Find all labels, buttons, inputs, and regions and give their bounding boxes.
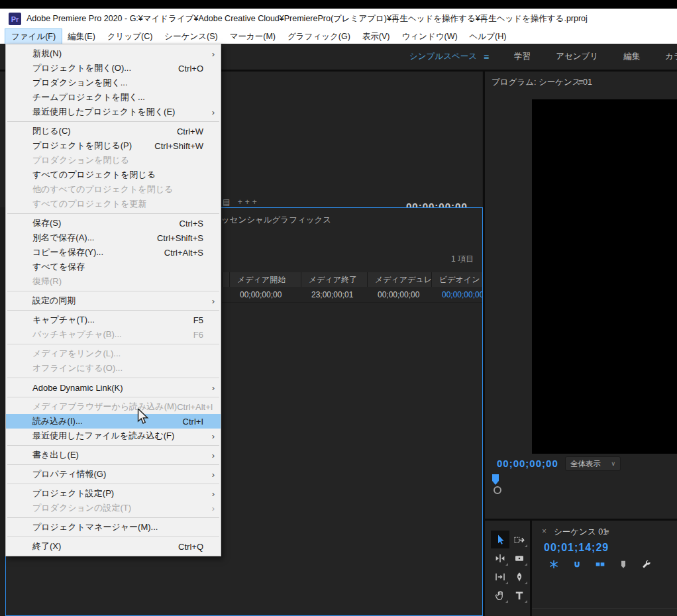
file-menu-item[interactable]: プロジェクトマネージャー(M)... [6, 520, 221, 535]
pen-tool[interactable] [510, 568, 529, 586]
workspace-tab[interactable]: カラー [665, 51, 677, 62]
file-menu-item[interactable]: 新規(N)› [6, 46, 221, 61]
workspace-tab[interactable]: 学習 [514, 51, 531, 62]
file-menu-item[interactable]: 設定の同期› [6, 293, 221, 308]
type-tool[interactable] [510, 586, 529, 604]
submenu-arrow-icon: › [212, 489, 215, 499]
file-menu-item[interactable]: すべてのプロジェクトを更新 [6, 197, 221, 211]
timeline-timecode[interactable]: 00;01;14;29 [544, 542, 609, 554]
menu-separator [7, 537, 219, 537]
menu-item-label: 復帰(R) [32, 276, 62, 287]
scrollbar-handle[interactable] [494, 486, 501, 494]
file-menu-item[interactable]: プロジェクトを閉じる(P)Ctrl+Shift+W [6, 138, 221, 153]
column-header[interactable]: メディア開始 [229, 272, 301, 287]
file-menu-item[interactable]: 別名で保存(A)...Ctrl+Shift+S [6, 231, 221, 245]
file-menu-item[interactable]: オフラインにする(O)... [6, 361, 221, 376]
file-menu-item[interactable]: 最近使用したファイルを読み込む(F)› [6, 429, 221, 443]
zoom-level-select[interactable]: 全体表示 ∨ [565, 456, 621, 471]
file-menu-item[interactable]: プロジェクト設定(P)› [6, 486, 221, 501]
file-menu-item[interactable]: プロパティ情報(G)› [6, 467, 221, 482]
menubar-item[interactable]: ファイル(F) [5, 29, 62, 44]
add-marker-icon[interactable] [618, 559, 629, 570]
file-menu-item[interactable]: プロジェクトを開く(O)...Ctrl+O [6, 61, 221, 76]
file-menu-item[interactable]: プロダクションを開く... [6, 76, 221, 90]
tracks-icon[interactable]: +++ [238, 197, 260, 207]
file-menu-item[interactable]: 終了(X)Ctrl+Q [6, 539, 221, 554]
file-menu-item[interactable]: すべてのプロジェクトを閉じる [6, 168, 221, 182]
menubar-item[interactable]: クリップ(C) [101, 29, 159, 44]
menu-separator [7, 445, 219, 446]
menu-item-shortcut: Ctrl+Shift+W [154, 141, 205, 151]
snap-icon[interactable] [572, 559, 582, 570]
table-cell[interactable]: 00;00;00;00 [431, 290, 482, 299]
column-header[interactable]: ビデオイン [431, 272, 482, 287]
program-video-frame [532, 99, 677, 454]
close-icon[interactable]: × [542, 527, 547, 536]
ripple-edit-tool[interactable] [491, 549, 509, 567]
razor-tool[interactable] [510, 549, 529, 567]
column-header[interactable]: メディアデュレ [367, 272, 431, 287]
file-menu-item[interactable]: 他のすべてのプロジェクトを閉じる [6, 182, 221, 197]
linked-selection-icon[interactable] [595, 559, 605, 570]
playhead-marker[interactable] [492, 474, 499, 485]
file-menu-item[interactable]: プロダクションの設定(T)› [6, 501, 221, 515]
workspace-tab[interactable]: 編集 [623, 51, 640, 62]
film-icon[interactable]: ▤ [223, 197, 233, 207]
mouse-cursor [136, 409, 151, 425]
menu-item-label: プロダクションを閉じる [32, 154, 129, 166]
menu-item-label: プロダクションを開く... [32, 77, 128, 89]
menu-item-label: 書き出し(E) [32, 449, 79, 461]
menu-separator [7, 310, 219, 311]
menu-item-label: 読み込み(I)... [32, 415, 83, 427]
menu-item-label: キャプチャ(T)... [32, 314, 95, 326]
submenu-arrow-icon: › [212, 450, 215, 460]
slip-tool[interactable] [491, 568, 509, 586]
menubar-item[interactable]: 編集(E) [62, 29, 101, 44]
nest-sequences-icon[interactable] [548, 559, 559, 570]
table-cell[interactable]: 23;00;00;01 [301, 290, 367, 299]
menubar-item[interactable]: シーケンス(S) [158, 29, 223, 44]
workspace-menu-icon[interactable]: ≡ [484, 52, 489, 62]
file-menu-item[interactable]: Adobe Dynamic Link(K)› [6, 380, 221, 395]
table-cell[interactable]: 00;00;00;00 [367, 290, 431, 299]
table-cell[interactable]: 00;00;00;00 [229, 290, 301, 299]
menubar-item[interactable]: ウィンドウ(W) [396, 29, 464, 44]
file-menu-item[interactable]: 保存(S)Ctrl+S [6, 216, 221, 231]
tab-essential-graphics[interactable]: エッセンシャルグラフィックス [213, 215, 331, 226]
file-menu-item[interactable]: 最近使用したプロジェクトを開く(E)› [6, 105, 221, 119]
menubar-item[interactable]: グラフィック(G) [282, 29, 356, 44]
panel-divider[interactable] [530, 521, 532, 616]
menubar-item[interactable]: ヘルプ(H) [464, 29, 513, 44]
hand-tool[interactable] [491, 586, 509, 604]
file-menu-item[interactable]: 閉じる(C)Ctrl+W [6, 124, 221, 138]
program-monitor-title: プログラム: シーケンス 01 [492, 77, 592, 88]
selection-tool[interactable] [491, 531, 509, 548]
file-menu-item[interactable]: バッチキャプチャ(B)...F6 [6, 327, 221, 342]
workspace-tab[interactable]: アセンブリ [556, 51, 598, 62]
column-header[interactable]: メディア終了 [301, 272, 367, 287]
file-menu-item[interactable]: 復帰(R) [6, 274, 221, 289]
file-menu-item[interactable]: チームプロジェクトを開く... [6, 90, 221, 105]
file-menu-item[interactable]: メディアブラウザーから読み込み(M)Ctrl+Alt+I [6, 399, 221, 414]
program-timecode[interactable]: 00;00;00;00 [497, 458, 558, 469]
menu-separator [7, 344, 219, 344]
menu-separator [7, 213, 219, 214]
tab-sequence-01[interactable]: シーケンス 01 [554, 527, 607, 538]
panel-menu-icon[interactable]: ≡ [604, 527, 609, 537]
menubar-item[interactable]: マーカー(M) [224, 29, 282, 44]
file-menu-item[interactable]: コピーを保存(Y)...Ctrl+Alt+S [6, 245, 221, 260]
menu-item-label: 設定の同期 [32, 295, 76, 307]
file-menu-item[interactable]: キャプチャ(T)...F5 [6, 313, 221, 327]
timeline-settings-icon[interactable] [641, 559, 652, 570]
table-row[interactable]: 00;00;00;0023;00;00;0100;00;00;0000;00;0… [222, 287, 482, 303]
file-menu-item[interactable]: 読み込み(I)...Ctrl+I [6, 414, 221, 429]
file-menu-item[interactable]: メディアをリンク(L)... [6, 346, 221, 361]
file-menu-item[interactable]: すべてを保存 [6, 260, 221, 274]
file-menu-item[interactable]: プロダクションを閉じる [6, 153, 221, 168]
workspace-tab[interactable]: シンプルスペース [409, 51, 477, 62]
file-menu-item[interactable]: 書き出し(E)› [6, 448, 221, 462]
track-select-forward-tool[interactable] [510, 531, 529, 548]
panel-menu-icon[interactable]: ≡ [578, 77, 584, 87]
source-settings-icons[interactable]: ▤ +++ [223, 197, 260, 207]
menubar-item[interactable]: 表示(V) [356, 29, 396, 44]
